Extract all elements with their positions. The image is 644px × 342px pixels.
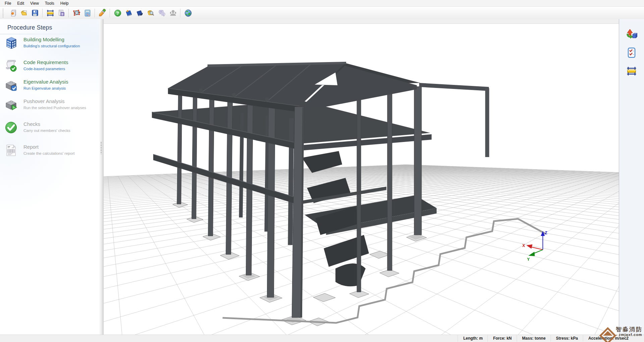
user-manual-button[interactable] bbox=[123, 8, 134, 18]
report-preview-button[interactable] bbox=[56, 8, 67, 18]
new-file-icon bbox=[9, 9, 17, 17]
deformed-shape-button[interactable] bbox=[625, 27, 639, 41]
axis-z-label: Z bbox=[545, 231, 547, 235]
structure-3d-view[interactable]: Z X Y bbox=[104, 23, 619, 335]
scroll-check-icon bbox=[4, 59, 18, 73]
model-3d-button[interactable] bbox=[71, 8, 82, 18]
step-title: Code Requirements bbox=[23, 59, 68, 65]
watermark-title: 智淼消防 bbox=[616, 326, 643, 333]
chat-bubbles-icon bbox=[158, 9, 166, 17]
open-folder-icon bbox=[20, 9, 28, 17]
axis-y-label: Y bbox=[527, 257, 530, 262]
menu-bar: File Edit View Tools Help bbox=[0, 0, 644, 7]
frame-elements-button[interactable] bbox=[45, 8, 56, 18]
folder-search-icon bbox=[147, 9, 155, 17]
checklist-icon bbox=[626, 47, 637, 58]
save-icon bbox=[31, 9, 39, 17]
menu-file[interactable]: File bbox=[2, 0, 14, 6]
step-report[interactable]: Report Create the calculations' report bbox=[4, 143, 95, 162]
brush-button[interactable] bbox=[97, 8, 108, 18]
sidebar-title: Procedure Steps bbox=[7, 24, 52, 31]
toolbar-separator bbox=[42, 9, 43, 17]
user-gray-icon bbox=[169, 9, 177, 17]
main-toolbar: ? bbox=[0, 7, 644, 19]
axis-x-label: X bbox=[522, 243, 525, 248]
right-toolbar bbox=[619, 19, 644, 335]
step-title: Eigenvalue Analysis bbox=[23, 79, 68, 85]
watermark-subtitle: - zmjaxf.com bbox=[616, 333, 643, 337]
open-project-button[interactable] bbox=[18, 8, 30, 18]
splitter-grip[interactable] bbox=[101, 142, 102, 154]
browse-examples-button[interactable] bbox=[145, 8, 156, 18]
help-button[interactable]: ? bbox=[112, 8, 123, 18]
step-title: Checks bbox=[23, 121, 70, 127]
paintbrush-icon bbox=[98, 9, 107, 17]
step-title: Report bbox=[23, 144, 74, 150]
menu-edit[interactable]: Edit bbox=[14, 0, 27, 6]
report-document-icon bbox=[4, 143, 18, 157]
sidebar-splitter[interactable] bbox=[99, 19, 103, 335]
step-title: Building Modelling bbox=[23, 36, 80, 43]
toolbar-separator bbox=[110, 9, 110, 17]
viewport-top-strip bbox=[104, 19, 619, 24]
step-subtitle: Building's structural configuration bbox=[23, 44, 80, 48]
sidebar-title-rule bbox=[0, 34, 99, 34]
support-button[interactable] bbox=[167, 8, 178, 18]
menu-help[interactable]: Help bbox=[57, 0, 72, 6]
status-stress-unit: Stress: kPa bbox=[551, 335, 583, 342]
axis-triad: Z X Y bbox=[522, 231, 547, 262]
status-force-unit: Force: kN bbox=[488, 335, 517, 342]
toolbar-separator bbox=[95, 9, 95, 17]
calculator-icon bbox=[84, 9, 92, 17]
step-checks[interactable]: Checks Carry out members' checks bbox=[4, 120, 95, 139]
website-button[interactable] bbox=[182, 8, 194, 18]
frame-beam-icon bbox=[46, 9, 54, 17]
green-check-icon bbox=[4, 120, 18, 135]
main-area: Procedure Steps bbox=[0, 19, 644, 335]
frame-element-button[interactable] bbox=[625, 64, 639, 78]
toolbar-grip[interactable] bbox=[3, 9, 5, 17]
step-subtitle: Run Eigenvalue analysis bbox=[23, 86, 68, 90]
calculator-button[interactable] bbox=[82, 8, 93, 18]
status-mass-unit: Mass: tonne bbox=[517, 335, 551, 342]
step-eigenvalue-analysis[interactable]: Eigenvalue Analysis Run Eigenvalue analy… bbox=[4, 78, 95, 97]
building-model bbox=[152, 62, 546, 326]
watermark: 智淼消防 - zmjaxf.com bbox=[602, 326, 643, 342]
step-code-requirements[interactable]: Code Requirements Code-based parameters bbox=[4, 59, 95, 78]
status-bar: Length: m Force: kN Mass: tonne Stress: … bbox=[0, 335, 644, 342]
report-page-icon bbox=[57, 9, 65, 17]
new-project-button[interactable] bbox=[7, 8, 18, 18]
step-building-modelling[interactable]: Building Modelling Building's structural… bbox=[4, 36, 95, 55]
step-subtitle: Code-based parameters bbox=[23, 67, 68, 71]
forum-button[interactable] bbox=[156, 8, 167, 18]
book-star-icon bbox=[125, 9, 133, 17]
procedure-steps-panel: Procedure Steps bbox=[0, 19, 99, 335]
verification-report-button[interactable] bbox=[134, 8, 145, 18]
book-check-icon bbox=[136, 9, 144, 17]
checks-list-button[interactable] bbox=[625, 46, 639, 60]
toolbar-separator bbox=[68, 9, 69, 17]
model-viewport[interactable]: Z X Y bbox=[103, 19, 619, 335]
save-project-button[interactable] bbox=[30, 8, 41, 18]
step-pushover-analysis[interactable]: Pushover Analysis Run the selected Pusho… bbox=[4, 98, 95, 116]
step-subtitle: Carry out members' checks bbox=[23, 129, 70, 133]
svg-text:?: ? bbox=[116, 11, 119, 16]
analysis-engine-run-icon bbox=[4, 98, 18, 112]
watermark-logo-icon bbox=[599, 327, 616, 342]
step-title: Pushover Analysis bbox=[23, 98, 86, 104]
toolbar-separator bbox=[180, 9, 181, 17]
step-subtitle: Create the calculations' report bbox=[23, 151, 74, 155]
step-subtitle: Run the selected Pushover analyses bbox=[23, 106, 86, 110]
analysis-engine-check-icon bbox=[4, 78, 18, 92]
menu-view[interactable]: View bbox=[27, 0, 42, 6]
status-length-unit: Length: m bbox=[458, 335, 488, 342]
menu-tools[interactable]: Tools bbox=[42, 0, 57, 6]
building-icon bbox=[4, 36, 18, 50]
deformed-shape-icon bbox=[626, 29, 637, 40]
space-frame-icon bbox=[72, 9, 81, 17]
help-icon: ? bbox=[114, 9, 122, 17]
globe-icon bbox=[184, 9, 193, 17]
frame-beam-icon bbox=[626, 66, 637, 77]
